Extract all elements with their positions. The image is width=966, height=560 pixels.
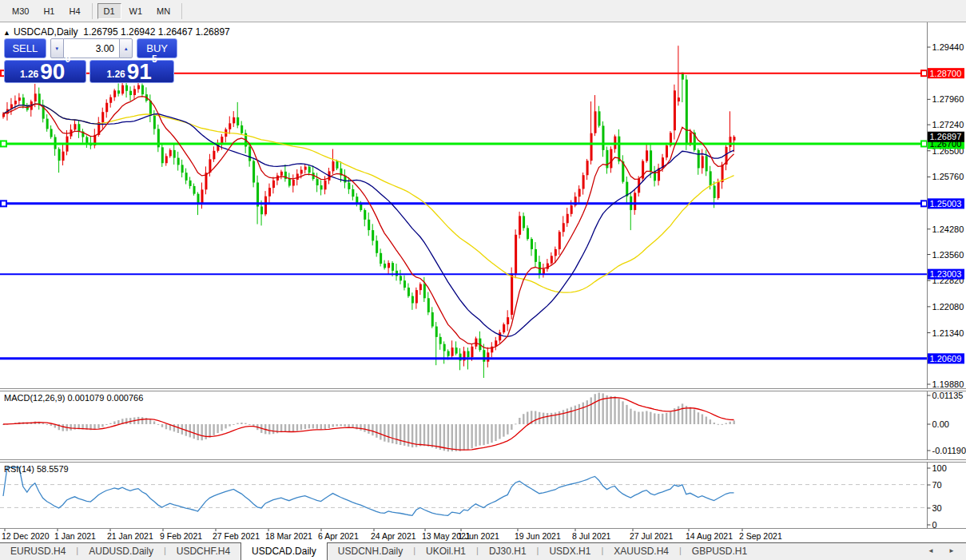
macd-histogram-bar [483, 424, 484, 445]
macd-histogram-bar [582, 403, 584, 424]
tab-ukoil-h1[interactable]: UKOil.H1 [415, 543, 476, 560]
timeframe-button-d1[interactable]: D1 [97, 3, 121, 19]
candle-body [475, 339, 477, 347]
macd-histogram-bar [288, 424, 290, 432]
candle-body [451, 348, 454, 356]
tab-usdchf-h4[interactable]: USDCHF.H4 [166, 543, 241, 560]
price-axis-label: 1.21340 [932, 328, 964, 338]
line-handle[interactable] [1, 141, 6, 146]
candle-body [376, 240, 378, 252]
candle-body [467, 351, 469, 358]
tab-xauusd-h4[interactable]: XAUUSD.H4 [603, 543, 679, 560]
tab-scroll-arrows[interactable]: ◄ ► [928, 547, 961, 554]
level-badge-label: 1.20609 [930, 354, 962, 363]
macd-histogram-bar [300, 424, 302, 430]
timeframe-button-m30[interactable]: M30 [6, 3, 35, 19]
tab-usdx-h1[interactable]: USDX.H1 [539, 543, 601, 560]
volume-decrease-button[interactable]: ▼ [50, 38, 64, 58]
candle-body [304, 167, 307, 170]
candle-body [165, 156, 168, 163]
price-axis-label: 1.23560 [932, 250, 964, 260]
chart-symbol-label: USDCAD,Daily [14, 26, 78, 38]
date-axis-label: 2 Sep 2021 [739, 531, 782, 541]
tab-usdcnh-daily[interactable]: USDCNH.Daily [328, 543, 413, 560]
timeframe-button-mn[interactable]: MN [150, 3, 177, 19]
line-handle[interactable] [921, 201, 927, 206]
macd-histogram-bar [419, 424, 421, 446]
candle-body [531, 239, 533, 249]
timeframe-button-h1[interactable]: H1 [37, 3, 61, 19]
macd-histogram-bar [610, 396, 611, 424]
candle-body [443, 344, 446, 351]
candle-body [292, 180, 295, 186]
sell-price-button[interactable]: 1.26 90 0 [4, 60, 86, 83]
macd-histogram-bar [268, 424, 270, 435]
candle-body [535, 249, 537, 262]
candle-body [543, 269, 545, 274]
candle-body [153, 116, 156, 129]
macd-histogram-bar [109, 423, 111, 424]
candle-body [586, 161, 589, 175]
macd-histogram-bar [272, 424, 274, 434]
macd-axis-label: 0.00 [932, 419, 949, 429]
price-chart-canvas[interactable]: 1.294401.279601.272401.265001.257601.242… [0, 0, 966, 560]
tab-eurusd-h4[interactable]: EURUSD.H4 [0, 543, 76, 560]
macd-histogram-bar [125, 418, 127, 424]
candle-body [197, 194, 200, 203]
macd-histogram-bar [733, 420, 734, 424]
candle-body [511, 273, 513, 315]
candle-body [718, 182, 720, 198]
timeframe-button-w1[interactable]: W1 [123, 3, 149, 19]
macd-histogram-bar [570, 407, 572, 424]
candle-body [352, 189, 354, 197]
macd-histogram-bar [507, 424, 508, 435]
candle-body [101, 112, 104, 122]
macd-histogram-bar [213, 424, 214, 435]
candle-body [590, 133, 593, 161]
candle-body [710, 171, 712, 185]
candle-body [201, 189, 204, 203]
macd-histogram-bar [241, 423, 242, 424]
sell-button[interactable]: SELL [4, 38, 46, 58]
chart-background [0, 22, 966, 542]
candle-body [213, 151, 215, 160]
buy-price-button[interactable]: 1.26 91 5 [89, 60, 174, 83]
candle-body [415, 290, 418, 303]
line-handle[interactable] [1, 201, 6, 206]
macd-histogram-bar [515, 423, 516, 424]
macd-histogram-bar [280, 424, 282, 432]
timeframe-button-h4[interactable]: H4 [62, 3, 86, 19]
line-handle[interactable] [921, 141, 927, 146]
macd-histogram-bar [62, 424, 64, 431]
candle-body [427, 298, 430, 312]
macd-histogram-bar [503, 424, 504, 437]
tab-gbpusd-h1[interactable]: GBPUSD.H1 [682, 543, 757, 560]
candle-body [407, 288, 410, 296]
toolbar-separator [92, 3, 93, 19]
macd-histogram-bar [586, 400, 588, 424]
macd-histogram-bar [630, 409, 631, 424]
macd-histogram-bar [221, 424, 222, 431]
tab-dj30-h1[interactable]: DJ30.H1 [479, 543, 537, 560]
macd-histogram-bar [729, 422, 731, 424]
line-handle[interactable] [921, 70, 927, 76]
macd-histogram-bar [447, 424, 449, 451]
macd-histogram-bar [638, 412, 639, 424]
chart-ohlc-values: 1.26795 1.26942 1.26467 1.26897 [83, 26, 230, 38]
macd-histogram-bar [308, 424, 310, 428]
candle-body [324, 181, 327, 189]
macd-histogram-bar [117, 420, 119, 424]
volume-input[interactable]: 3.00 [64, 38, 119, 58]
macd-histogram-bar [706, 417, 707, 424]
candle-body [264, 197, 267, 215]
volume-increase-button[interactable]: ▲ [119, 38, 133, 58]
tab-audusd-daily[interactable]: AUDUSD.Daily [78, 543, 164, 560]
candle-body [400, 276, 402, 280]
candle-body [117, 90, 120, 93]
macd-histogram-bar [634, 411, 635, 424]
macd-histogram-bar [618, 399, 619, 424]
tab-usdcad-daily[interactable]: USDCAD.Daily [241, 542, 328, 560]
macd-histogram-bar [535, 411, 536, 424]
candle-body [674, 90, 676, 130]
candle-body [233, 117, 235, 124]
